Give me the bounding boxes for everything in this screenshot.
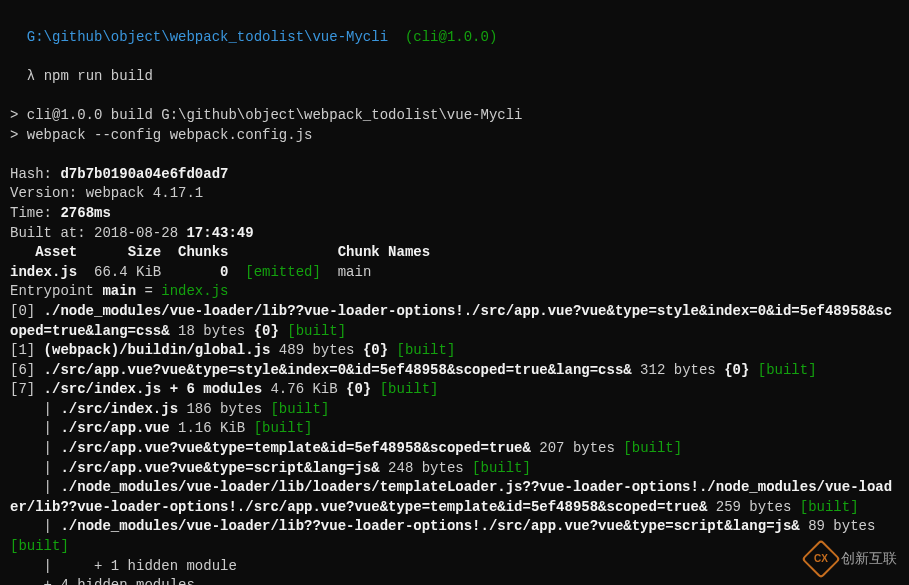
built-line: Built at: 2018-08-28 17:43:49: [10, 224, 899, 244]
version-line: Version: webpack 4.17.1: [10, 184, 899, 204]
asset-row: index.js 66.4 KiB 0 [emitted] main: [10, 263, 899, 283]
asset-header: Asset Size Chunks Chunk Names: [10, 243, 899, 263]
hidden-module-1: | + 1 hidden module: [10, 557, 899, 577]
hidden-module-2: + 4 hidden modules: [10, 576, 899, 585]
command-line[interactable]: λ npm run build: [10, 47, 899, 86]
submodule-3: | ./src/app.vue?vue&type=template&id=5ef…: [10, 439, 899, 459]
module-0: [0] ./node_modules/vue-loader/lib??vue-l…: [10, 302, 899, 341]
submodule-2: | ./src/app.vue 1.16 KiB [built]: [10, 419, 899, 439]
watermark-text: 创新互联: [841, 549, 897, 569]
entrypoint-line: Entrypoint main = index.js: [10, 282, 899, 302]
module-7: [7] ./src/index.js + 6 modules 4.76 KiB …: [10, 380, 899, 400]
submodule-1: | ./src/index.js 186 bytes [built]: [10, 400, 899, 420]
watermark-logo-icon: CX: [801, 539, 841, 579]
submodule-5: | ./node_modules/vue-loader/lib/loaders/…: [10, 478, 899, 517]
watermark: CX 创新互联: [807, 545, 897, 573]
npm-run-line1: > cli@1.0.0 build G:\github\object\webpa…: [10, 106, 899, 126]
command-text: npm run build: [44, 68, 153, 84]
submodule-6: | ./node_modules/vue-loader/lib??vue-loa…: [10, 517, 899, 556]
hash-line: Hash: d7b7b0190a04e6fd0ad7: [10, 165, 899, 185]
module-6: [6] ./src/app.vue?vue&type=style&index=0…: [10, 361, 899, 381]
emitted-tag: [emitted]: [228, 264, 320, 280]
prompt-line: G:\github\object\webpack_todolist\vue-My…: [10, 8, 899, 47]
npm-run-line2: > webpack --config webpack.config.js: [10, 126, 899, 146]
submodule-4: | ./src/app.vue?vue&type=script&lang=js&…: [10, 459, 899, 479]
prompt-symbol: λ: [27, 68, 35, 84]
module-1: [1] (webpack)/buildin/global.js 489 byte…: [10, 341, 899, 361]
time-line: Time: 2768ms: [10, 204, 899, 224]
asset-name: index.js: [10, 264, 77, 280]
prompt-path: G:\github\object\webpack_todolist\vue-My…: [27, 29, 388, 45]
prompt-pkg: (cli@1.0.0): [405, 29, 497, 45]
